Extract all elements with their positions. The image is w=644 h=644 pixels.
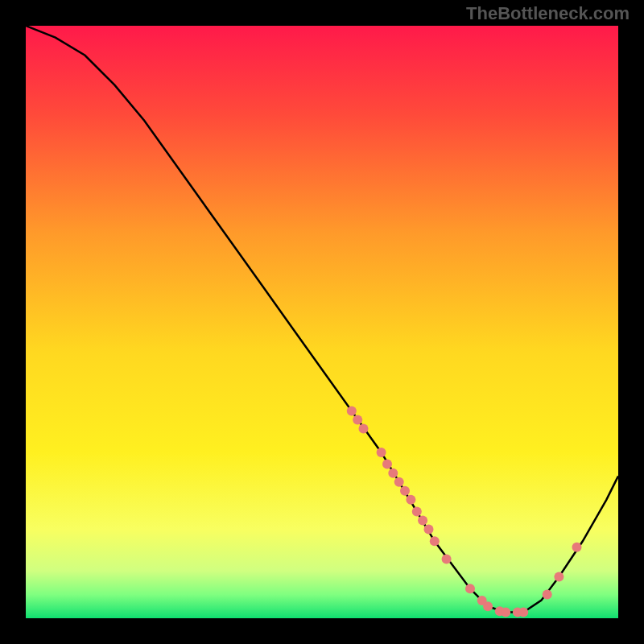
gradient-background [26, 26, 618, 618]
data-marker [465, 584, 475, 593]
chart-svg [26, 26, 618, 618]
plot-area [26, 26, 618, 618]
data-marker [442, 554, 452, 564]
data-marker [483, 601, 493, 611]
data-marker [406, 495, 415, 505]
data-marker [424, 525, 434, 535]
data-marker [554, 572, 564, 582]
data-marker [377, 448, 386, 457]
watermark-text: TheBottleneck.com [466, 3, 630, 24]
data-marker [430, 536, 440, 546]
data-marker [382, 460, 392, 469]
data-marker [353, 415, 362, 424]
data-marker [388, 469, 398, 478]
data-marker [501, 608, 510, 617]
data-marker [418, 516, 427, 526]
data-marker [347, 406, 357, 415]
data-marker [394, 477, 404, 487]
plot-frame [26, 26, 618, 618]
data-marker [572, 543, 582, 552]
data-marker [412, 507, 422, 517]
data-marker [543, 590, 552, 600]
data-marker [400, 486, 410, 496]
data-marker [359, 424, 369, 434]
data-marker [518, 608, 528, 617]
